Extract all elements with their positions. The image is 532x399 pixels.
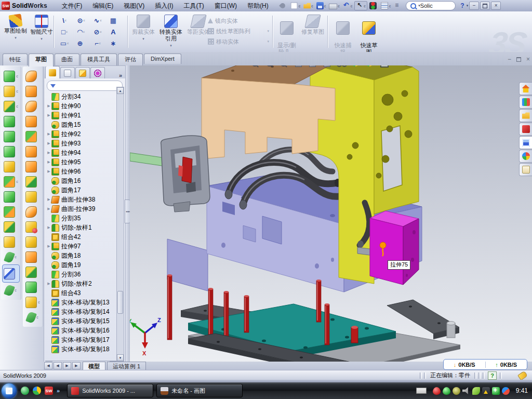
- expand-arrow-icon[interactable]: ▶: [46, 132, 51, 136]
- chevron-down-icon[interactable]: c: [16, 104, 18, 108]
- view-tool-button[interactable]: c: [365, 65, 377, 69]
- panel-tab[interactable]: [45, 66, 60, 78]
- tree-item[interactable]: ▶ 实体-移动/复制17: [46, 335, 117, 344]
- chevron-down-icon[interactable]: c: [99, 42, 101, 45]
- toolbar-button[interactable]: c: [328, 2, 341, 10]
- chevron-down-icon[interactable]: ▾: [157, 42, 185, 49]
- tags-icon[interactable]: [517, 370, 528, 380]
- sketch-entity-button[interactable]: ∿ c: [89, 15, 106, 26]
- toolbar-button[interactable]: c: [289, 1, 302, 10]
- toolbar-button[interactable]: c: [302, 2, 314, 10]
- chevron-down-icon[interactable]: c: [364, 4, 366, 8]
- sketch-entity-button[interactable]: □ c: [56, 26, 73, 37]
- tray-icon[interactable]: [453, 387, 460, 395]
- chevron-down-icon[interactable]: c: [311, 4, 313, 8]
- feature-tool-button[interactable]: c: [25, 295, 40, 310]
- close-button[interactable]: ×: [491, 2, 501, 10]
- view-tool-button[interactable]: ▾: [351, 65, 363, 69]
- tree-item[interactable]: ▶ 实体-移动/复制13: [46, 298, 117, 307]
- tab-nav-button[interactable]: ▶: [72, 362, 81, 369]
- sketch-entity-button[interactable]: ⊕ ▾: [73, 37, 89, 49]
- tree-item[interactable]: ▶ 拉伸95: [46, 157, 117, 167]
- toolbar-button[interactable]: c: [315, 2, 327, 10]
- toolbar-button[interactable]: [393, 2, 403, 10]
- ribbon-tab[interactable]: 曲面: [55, 54, 79, 65]
- feature-tool-button[interactable]: ▾: [4, 144, 18, 159]
- tree-item[interactable]: ▶ 拉伸92: [46, 129, 117, 139]
- task-pane-tab[interactable]: [519, 136, 532, 149]
- feature-tool-button[interactable]: ▾: [25, 204, 40, 219]
- doc-restore-button[interactable]: [516, 57, 521, 62]
- tray-icon[interactable]: [443, 387, 450, 395]
- chevron-down-icon[interactable]: c: [15, 288, 17, 292]
- expand-arrow-icon[interactable]: ▶: [46, 169, 51, 174]
- help-chevron-icon[interactable]: ▾: [467, 4, 469, 8]
- feature-tool-button[interactable]: ▾: [4, 204, 18, 219]
- menu-item[interactable]: 编辑(E): [87, 1, 118, 11]
- view-tool-button[interactable]: c: [336, 65, 349, 69]
- sketch-entity-button[interactable]: ∗ ▾: [106, 37, 123, 49]
- convert-entities-button[interactable]: 转换实体引用 ▾: [157, 14, 185, 49]
- taskbar-task-button[interactable]: SolidWorks 2009 - ...: [67, 384, 153, 397]
- tray-icon[interactable]: [492, 387, 500, 395]
- chevron-down-icon[interactable]: c: [324, 4, 326, 8]
- feature-tool-button[interactable]: ▾: [25, 99, 40, 114]
- quick-launch-app-icon[interactable]: [33, 387, 41, 395]
- tree-item[interactable]: ▶ 圆角15: [46, 120, 117, 129]
- menu-item[interactable]: 帮助(H): [242, 1, 274, 11]
- ribbon-tab[interactable]: DimXpert: [144, 54, 181, 64]
- taskbar-clock[interactable]: 9:41: [516, 387, 528, 394]
- toolbar-button[interactable]: c: [354, 1, 367, 10]
- task-pane-tab[interactable]: [519, 109, 532, 122]
- ribbon-tab[interactable]: 模具工具: [81, 54, 117, 65]
- expand-arrow-icon[interactable]: ▶: [46, 104, 51, 108]
- chevron-down-icon[interactable]: c: [100, 30, 101, 33]
- ribbon-tab[interactable]: 草图: [29, 54, 54, 66]
- chevron-down-icon[interactable]: c: [83, 19, 85, 22]
- task-pane-tab[interactable]: [519, 123, 532, 136]
- tree-item[interactable]: ▶ 圆角16: [46, 176, 117, 185]
- expand-arrow-icon[interactable]: ▶: [46, 282, 51, 286]
- chevron-down-icon[interactable]: c: [338, 4, 340, 8]
- view-tool-button[interactable]: ▾: [265, 65, 277, 69]
- restore-button[interactable]: [480, 2, 490, 10]
- ribbon-tab[interactable]: 评估: [118, 54, 143, 65]
- tree-item[interactable]: ▶ 实体-移动/复制14: [46, 307, 117, 316]
- feature-tool-button[interactable]: ▾: [25, 174, 40, 189]
- chevron-down-icon[interactable]: c: [38, 300, 40, 304]
- tray-icon[interactable]: [433, 387, 441, 395]
- document-tab[interactable]: 运动算例 1: [107, 362, 146, 370]
- sketch-entity-button[interactable]: ⊘ c: [89, 26, 106, 37]
- tree-item[interactable]: ▶ 圆角17: [46, 185, 117, 195]
- view-tool-button[interactable]: ▾: [279, 65, 291, 69]
- trim-entities-button[interactable]: 剪裁实体 ▾: [131, 14, 156, 42]
- chevron-down-icon[interactable]: c: [36, 315, 38, 319]
- feature-tool-button[interactable]: ▾: [25, 219, 40, 234]
- tree-item[interactable]: ▶ 拉伸96: [46, 167, 117, 176]
- tree-filter-input[interactable]: [47, 81, 123, 91]
- feature-tool-button[interactable]: ▾: [25, 114, 40, 129]
- search-input[interactable]: Solic: [420, 3, 433, 9]
- sketch-entity-button[interactable]: ⊙ c: [73, 15, 89, 26]
- tab-nav-button[interactable]: ◀: [44, 362, 52, 369]
- scroll-down-button[interactable]: ▼: [117, 354, 124, 361]
- tree-item[interactable]: ▶ 拉伸90: [46, 101, 117, 111]
- tab-nav-button[interactable]: ▶: [63, 362, 71, 369]
- move-entities-button[interactable]: 移动实体 ▾: [208, 36, 269, 47]
- minimize-button[interactable]: −: [469, 2, 479, 10]
- feature-tool-button[interactable]: ▾: [25, 129, 40, 144]
- chevron-down-icon[interactable]: c: [389, 4, 391, 8]
- task-pane-tab[interactable]: [519, 163, 532, 176]
- sketch-entity-button[interactable]: ⌐ c: [89, 37, 106, 49]
- chevron-down-icon[interactable]: c: [65, 19, 66, 22]
- feature-tool-button[interactable]: ▾: [25, 280, 40, 295]
- toolbar-button[interactable]: c: [342, 2, 354, 10]
- tree-item[interactable]: ▶ 拉伸93: [46, 139, 117, 148]
- quick-launch-solidworks-icon[interactable]: SW: [45, 387, 53, 395]
- feature-tool-button[interactable]: ▾: [4, 219, 18, 234]
- start-button[interactable]: [2, 383, 17, 398]
- menu-item[interactable]: 工具(T): [178, 1, 209, 11]
- expand-arrow-icon[interactable]: ▶: [46, 160, 51, 164]
- feature-tool-button[interactable]: c: [4, 69, 18, 84]
- tree-item[interactable]: ▶ 圆角19: [46, 260, 117, 270]
